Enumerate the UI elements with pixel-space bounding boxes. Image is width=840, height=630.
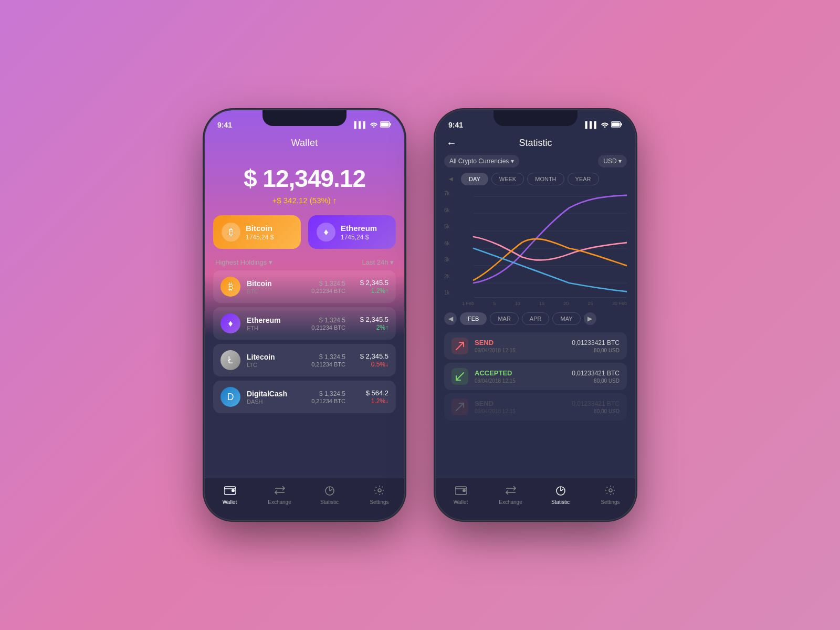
wallet-header: Wallet: [205, 133, 404, 159]
nav-exchange[interactable]: Exchange: [255, 484, 304, 505]
stat-statistic-nav-icon: [554, 484, 568, 497]
tx-usd-send-2: 80,00 USD: [572, 408, 620, 414]
tab-day[interactable]: DAY: [461, 173, 488, 185]
eth-price-col: $ 1,324.5 0,21234 BTC: [311, 317, 345, 331]
tab-apr[interactable]: APR: [522, 312, 550, 325]
settings-nav-icon: [373, 484, 386, 497]
eth-details: Ethereum ETH: [247, 316, 305, 331]
month-next[interactable]: ▶: [584, 312, 596, 325]
tab-feb[interactable]: FEB: [460, 312, 487, 325]
tab-month[interactable]: MONTH: [527, 173, 564, 185]
tx-date-send-2: 09/04/2018 12:15: [475, 408, 565, 414]
tab-mar[interactable]: MAR: [490, 312, 518, 325]
tx-type-send-2: SEND: [475, 400, 565, 407]
tx-amount-send-2: 0,01233421 BTC 80,00 USD: [572, 400, 620, 414]
ltc-price: $ 1,324.5: [311, 353, 345, 361]
btc-price-col: $ 1,324.5 0,21234 BTC: [311, 280, 345, 294]
ltc-change: 0.5%↓: [352, 361, 388, 368]
stat-exchange-nav-icon: [504, 484, 518, 497]
nav-settings[interactable]: Settings: [354, 484, 404, 505]
x-label-5: 5: [493, 301, 496, 306]
tx-item-send-2[interactable]: SEND 09/04/2018 12:15 0,01233421 BTC 80,…: [444, 393, 627, 421]
ltc-icon: Ł: [220, 350, 240, 370]
stat-settings-nav-icon: [604, 484, 617, 497]
x-label-30feb: 30 Feb: [612, 301, 627, 306]
btc-icon: ₿: [220, 277, 240, 297]
stat-nav-wallet-label: Wallet: [454, 499, 468, 505]
stat-wallet-nav-icon: [454, 484, 468, 497]
nav-statistic[interactable]: Statistic: [304, 484, 354, 505]
bottom-nav-stat: Wallet Exchange Statistic: [436, 478, 635, 520]
nav-settings-label: Settings: [370, 499, 388, 505]
stat-nav-wallet[interactable]: Wallet: [436, 484, 486, 505]
wifi-icon-stat: [601, 121, 608, 129]
svg-point-20: [609, 489, 612, 492]
x-label-25: 25: [588, 301, 593, 306]
tx-item-send-1[interactable]: SEND 09/04/2018 12:15 0,01233421 BTC 80,…: [444, 332, 627, 360]
holdings-header: Highest Holdings ▾ Last 24h ▾: [205, 249, 404, 270]
bitcoin-card-icon: ₿: [222, 223, 240, 242]
tx-type-send-1: SEND: [475, 339, 565, 346]
tx-send-icon-1: [452, 338, 468, 354]
holdings-period[interactable]: Last 24h ▾: [362, 258, 394, 266]
btc-change-col: $ 2,345.5 1.2%↑: [352, 279, 388, 295]
svg-rect-2: [381, 122, 389, 126]
dash-btc-val: 0,21234 BTC: [311, 398, 345, 404]
phone-wallet: 9:41 ▌▌▌: [205, 110, 404, 520]
stat-screen: 9:41 ▌▌▌ ← Statistic Al: [436, 110, 635, 520]
tx-item-accept[interactable]: ACCEPTED 09/04/2018 12:15 0,01233421 BTC…: [444, 363, 627, 390]
x-label-1feb: 1 Feb: [462, 301, 474, 306]
ethereum-card[interactable]: ♦ Ethereum 1745,24 $: [308, 215, 396, 249]
dash-change: 1.2%↓: [352, 397, 388, 405]
tab-all[interactable]: ◀: [444, 173, 458, 185]
time-tabs: ◀ DAY WEEK MONTH YEAR: [436, 173, 635, 185]
back-button[interactable]: ←: [446, 137, 457, 149]
tx-btc-send-1: 0,01233421 BTC: [572, 339, 620, 346]
tab-year[interactable]: YEAR: [568, 173, 599, 185]
wallet-balance: $ 12,349.12 +$ 342.12 (53%) ↑: [205, 159, 404, 205]
bitcoin-card[interactable]: ₿ Bitcoin 1745,24 $: [213, 215, 301, 249]
holdings-label[interactable]: Highest Holdings ▾: [215, 258, 272, 266]
crypto-item-eth[interactable]: ♦ Ethereum ETH $ 1,324.5 0,21234 BTC $ 2…: [213, 307, 396, 340]
dash-usd: $ 564.2: [352, 389, 388, 397]
status-icons-stat: ▌▌▌: [585, 121, 623, 129]
stat-nav-exchange[interactable]: Exchange: [486, 484, 536, 505]
nav-exchange-label: Exchange: [268, 499, 291, 505]
tab-week[interactable]: WEEK: [491, 173, 524, 185]
dash-price-col: $ 1,324.5 0,21234 BTC: [311, 390, 345, 404]
stat-nav-settings[interactable]: Settings: [585, 484, 635, 505]
crypto-item-btc[interactable]: ₿ Bitcoin BTC $ 1,324.5 0,21234 BTC $ 2,…: [213, 270, 396, 303]
x-label-20: 20: [563, 301, 569, 306]
eth-price: $ 1,324.5: [311, 317, 345, 324]
ltc-change-col: $ 2,345.5 0.5%↓: [352, 352, 388, 368]
nav-wallet[interactable]: Wallet: [205, 484, 255, 505]
tab-may[interactable]: MAY: [552, 312, 580, 325]
phones-container: 9:41 ▌▌▌: [205, 110, 635, 520]
nav-wallet-label: Wallet: [223, 499, 237, 505]
ethereum-card-value: 1745,24 $: [341, 234, 377, 241]
ltc-price-col: $ 1,324.5 0,21234 BTC: [311, 353, 345, 368]
svg-rect-9: [612, 122, 620, 126]
bitcoin-card-info: Bitcoin 1745,24 $: [246, 224, 274, 241]
svg-point-6: [378, 489, 381, 492]
month-prev[interactable]: ◀: [444, 312, 457, 325]
battery-icon-stat: [611, 121, 623, 129]
y-label-4k: 4k: [444, 240, 450, 246]
btc-details: Bitcoin BTC: [247, 279, 305, 295]
ltc-btc-val: 0,21234 BTC: [311, 361, 345, 368]
eth-btc-val: 0,21234 BTC: [311, 324, 345, 331]
tx-date-send-1: 09/04/2018 12:15: [475, 348, 565, 353]
stat-nav-statistic[interactable]: Statistic: [536, 484, 585, 505]
tx-send-icon-2: [452, 398, 468, 415]
currency-filter-label: USD ▾: [603, 158, 622, 165]
crypto-item-dash[interactable]: D DigitalCash DASH $ 1,324.5 0,21234 BTC…: [213, 381, 396, 413]
eth-usd: $ 2,345.5: [352, 316, 388, 323]
tx-usd-accept: 80,00 USD: [572, 378, 620, 384]
currency-filter[interactable]: USD ▾: [598, 155, 627, 167]
tx-amount-accept: 0,01233421 BTC 80,00 USD: [572, 370, 620, 384]
ltc-usd: $ 2,345.5: [352, 352, 388, 360]
crypto-item-ltc[interactable]: Ł Litecoin LTC $ 1,324.5 0,21234 BTC $ 2…: [213, 344, 396, 376]
y-label-7k: 7k: [444, 191, 450, 196]
crypto-filter[interactable]: All Crypto Currencies ▾: [444, 155, 519, 167]
y-label-1k: 1k: [444, 290, 450, 296]
